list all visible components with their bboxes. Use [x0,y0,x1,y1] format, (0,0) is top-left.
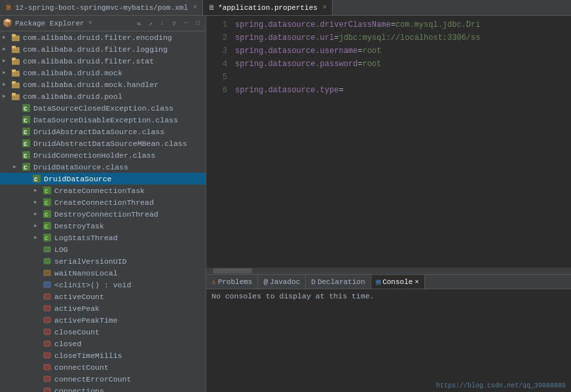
right-panel: 1spring.datasource.driverClassName=com.m… [206,16,571,392]
tree-item[interactable]: waitNanosLocal [0,267,206,279]
bottom-tab-bar: ⚠ Problems @ Javadoc D Declaration ▤ Con… [206,275,571,289]
tree-item[interactable]: com.alibaba.druid.filter.logging [0,43,206,55]
tree-icon: C [42,221,52,231]
tree-item[interactable]: activePeakTime [0,314,206,326]
tree-item[interactable]: CDataSourceClosedException.class [0,102,206,114]
svg-rect-46 [44,365,50,370]
tree-item[interactable]: LOG [0,243,206,255]
svg-text:C: C [34,177,38,183]
view-menu-icon[interactable]: ▽ [169,18,179,29]
package-explorer-panel: 📦 Package Explorer × ⇆ ↗ ↓ ▽ ─ □ com.ali… [0,16,206,392]
tree-arrow[interactable] [34,187,42,194]
package-tree[interactable]: com.alibaba.druid.filter.encodingcom.ali… [0,31,206,392]
tree-item[interactable]: CDruidDataSource.class [0,161,206,173]
line-number: 1 [212,20,227,29]
maximize-icon[interactable]: □ [193,18,203,29]
tree-arrow[interactable] [3,81,10,88]
svg-rect-40 [44,294,50,299]
tree-arrow[interactable] [3,46,10,52]
tab-props[interactable]: 🗎 *application.properties × [203,0,333,15]
tab-console[interactable]: ▤ Console × [371,275,425,289]
tree-item[interactable]: serialVersionUID [0,255,206,267]
editor-content[interactable]: 1spring.datasource.driverClassName=com.m… [206,16,571,268]
tree-item[interactable]: com.alibaba.druid.mock [0,67,206,79]
tree-arrow[interactable] [3,69,10,76]
tree-item[interactable]: com.alibaba.druid.mock.handler [0,79,206,90]
tree-icon [42,291,52,302]
tree-arrow[interactable] [34,223,42,229]
tree-arrow[interactable] [3,93,10,99]
tree-arrow[interactable] [34,211,42,217]
tree-item[interactable]: activeCount [0,291,206,302]
tree-icon: C [42,185,52,196]
tree-item[interactable]: CDestroyTask [0,220,206,232]
tree-item[interactable]: CCreateConnectionThread [0,196,206,208]
tree-arrow[interactable] [34,199,42,205]
tree-label: com.alibaba.druid.filter.logging [23,45,168,54]
tab-declaration-label: Declaration [318,278,365,286]
svg-rect-41 [44,306,50,311]
tree-item[interactable]: CDruidAbstractDataSourceMBean.class [0,137,206,149]
collapse-all-icon[interactable]: ⇆ [134,18,144,29]
tree-icon: C [42,209,52,219]
horizontal-scrollbar[interactable] [206,268,571,274]
svg-rect-39 [44,282,50,287]
line-content: spring.datasource.password=root [235,60,381,69]
tree-item[interactable]: <clinit>() : void [0,279,206,291]
tab-javadoc[interactable]: @ Javadoc [258,275,306,289]
tree-item[interactable]: CLogStatsThread [0,232,206,243]
line-content: spring.datasource.url=jdbc:mysql://local… [235,33,480,43]
link-editor-icon[interactable]: ↗ [145,18,156,29]
tree-label: connections [54,387,104,393]
svg-text:C: C [24,118,28,124]
tree-label: com.alibaba.druid.mock.handler [23,80,158,89]
tree-item[interactable]: activePeak [0,302,206,314]
tree-label: DruidDataSource.class [33,163,128,171]
tree-item[interactable]: CCreateConnectionTask [0,185,206,196]
tree-arrow[interactable] [3,58,10,64]
svg-text:C: C [45,200,48,207]
line-number: 5 [212,73,227,82]
new-icon[interactable]: ↓ [157,18,168,29]
tab-props-close[interactable]: × [323,4,327,11]
hscroll-thumb[interactable] [213,268,252,274]
tree-item[interactable]: connectCount [0,361,206,373]
tab-pom-close[interactable]: × [193,4,197,11]
tree-icon [42,279,52,290]
tree-item[interactable]: closeTimeMillis [0,349,206,361]
tree-item[interactable]: CDruidDataSource [0,173,206,185]
tree-item[interactable]: com.alibaba.druid.filter.stat [0,55,206,67]
tab-declaration[interactable]: D Declaration [306,275,371,289]
tree-item[interactable]: closeCount [0,326,206,338]
tree-icon: C [21,162,31,172]
line-number: 6 [212,86,227,95]
tree-item[interactable]: connections [0,385,206,392]
tree-arrow[interactable] [13,164,21,170]
tree-arrow[interactable] [3,34,10,41]
panel-close-icon[interactable]: × [88,20,92,27]
tab-problems[interactable]: ⚠ Problems [206,275,258,289]
tree-icon: C [21,126,31,137]
code-line: 4spring.datasource.password=root [206,58,571,71]
tree-item[interactable]: CDataSourceDisableException.class [0,114,206,126]
tree-item[interactable]: com.alibaba.druid.filter.encoding [0,31,206,43]
tree-item[interactable]: CDruidConnectionHolder.class [0,149,206,161]
tab-console-close[interactable]: × [414,278,419,286]
tree-arrow[interactable] [34,234,42,241]
tree-label: connectErrorCount [54,375,131,383]
console-icon: ▤ [377,277,381,286]
svg-text:C: C [45,188,48,195]
tree-item[interactable]: connectErrorCount [0,373,206,385]
tree-item[interactable]: closed [0,338,206,349]
tree-icon [10,91,21,101]
tree-icon: C [42,232,52,243]
tree-item[interactable]: com.alibaba.druid.pool [0,90,206,102]
declaration-icon: D [311,278,316,286]
tree-item[interactable]: CDestroyConnectionThread [0,208,206,220]
svg-rect-43 [44,329,50,334]
tab-pom[interactable]: 🗎 12-spring-boot-springmvc-mybatis/pom.x… [0,0,203,15]
tree-item[interactable]: CDruidAbstractDataSource.class [0,126,206,137]
minimize-icon[interactable]: ─ [181,18,191,29]
code-line: 3spring.datasource.username=root [206,45,571,58]
line-content: spring.datasource.username=root [235,46,381,56]
